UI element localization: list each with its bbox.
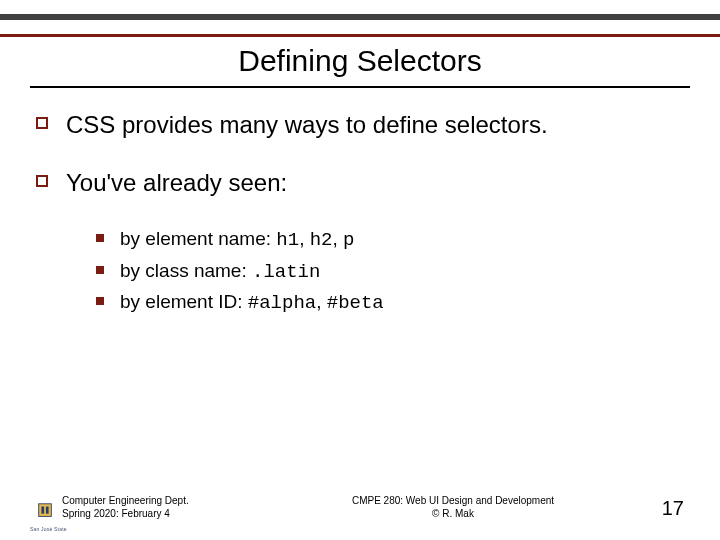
svg-rect-0 (39, 504, 52, 517)
slide-title: Defining Selectors (0, 44, 720, 78)
sub-label: by element name: (120, 228, 276, 249)
footer-copyright: © R. Mak (262, 508, 644, 521)
bullet-level1: CSS provides many ways to define selecto… (36, 110, 684, 140)
bullet-level2: by class name: .latin (96, 258, 684, 286)
title-underline (30, 86, 690, 88)
sep: , (299, 228, 310, 249)
square-bullet-icon (36, 117, 48, 129)
top-horizontal-rule (0, 14, 720, 37)
svg-rect-1 (41, 507, 44, 514)
bullet-text: CSS provides many ways to define selecto… (66, 110, 548, 140)
sub-bullet-text: by element ID: #alpha, #beta (120, 289, 384, 317)
sub-bullet-text: by class name: .latin (120, 258, 320, 286)
code-token: p (343, 229, 354, 251)
footer-date: Spring 2020: February 4 (62, 508, 262, 521)
sub-bullet-list: by element name: h1, h2, p by class name… (96, 226, 684, 317)
sub-label: by class name: (120, 260, 252, 281)
code-token: h2 (310, 229, 333, 251)
logo-caption: San José State (30, 526, 67, 532)
bullet-level2: by element name: h1, h2, p (96, 226, 684, 254)
footer-center: CMPE 280: Web UI Design and Development … (262, 495, 644, 520)
code-token: h1 (276, 229, 299, 251)
code-token: .latin (252, 261, 320, 283)
footer-dept: Computer Engineering Dept. (62, 495, 262, 508)
sep: , (316, 291, 327, 312)
content-area: CSS provides many ways to define selecto… (36, 110, 684, 321)
slide: Defining Selectors CSS provides many way… (0, 0, 720, 540)
filled-square-bullet-icon (96, 297, 104, 305)
bullet-level1: You've already seen: (36, 168, 684, 198)
sub-bullet-text: by element name: h1, h2, p (120, 226, 354, 254)
square-bullet-icon (36, 175, 48, 187)
code-token: #beta (327, 292, 384, 314)
sep: , (333, 228, 344, 249)
university-logo-icon (36, 502, 54, 520)
filled-square-bullet-icon (96, 234, 104, 242)
code-token: #alpha (248, 292, 316, 314)
slide-footer: Computer Engineering Dept. Spring 2020: … (36, 495, 684, 520)
bullet-text: You've already seen: (66, 168, 287, 198)
svg-rect-2 (46, 507, 49, 514)
sub-label: by element ID: (120, 291, 248, 312)
page-number: 17 (644, 497, 684, 520)
bullet-level2: by element ID: #alpha, #beta (96, 289, 684, 317)
footer-course: CMPE 280: Web UI Design and Development (262, 495, 644, 508)
filled-square-bullet-icon (96, 266, 104, 274)
footer-left: Computer Engineering Dept. Spring 2020: … (62, 495, 262, 520)
